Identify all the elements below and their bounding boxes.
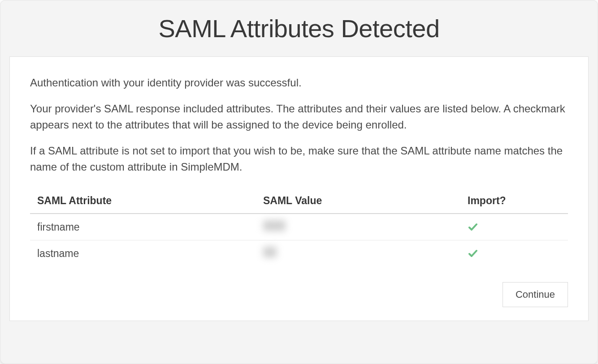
saml-attributes-table: SAML Attribute SAML Value Import? firstn… [30, 188, 568, 266]
dialog-container: SAML Attributes Detected Authentication … [0, 0, 598, 364]
cell-attribute-name: firstname [30, 214, 256, 240]
table-header-row: SAML Attribute SAML Value Import? [30, 188, 568, 214]
check-icon [468, 248, 561, 259]
redacted-value [263, 220, 286, 231]
cell-attribute-value [256, 214, 460, 240]
attributes-explanation-text: Your provider's SAML response included a… [30, 101, 568, 133]
table-row: lastname [30, 240, 568, 267]
page-title: SAML Attributes Detected [0, 14, 598, 43]
cell-attribute-value [256, 240, 460, 267]
header-import: Import? [460, 188, 568, 214]
check-icon [468, 222, 561, 232]
cell-import-status [460, 214, 568, 240]
import-note-text: If a SAML attribute is not set to import… [30, 143, 568, 175]
redacted-value [263, 247, 277, 257]
auth-success-text: Authentication with your identity provid… [30, 75, 568, 91]
table-row: firstname [30, 214, 568, 240]
header-saml-value: SAML Value [256, 188, 460, 214]
content-card: Authentication with your identity provid… [9, 56, 589, 321]
cell-attribute-name: lastname [30, 240, 256, 267]
continue-button[interactable]: Continue [503, 282, 568, 307]
button-row: Continue [30, 282, 568, 307]
cell-import-status [460, 240, 568, 267]
header-saml-attribute: SAML Attribute [30, 188, 256, 214]
